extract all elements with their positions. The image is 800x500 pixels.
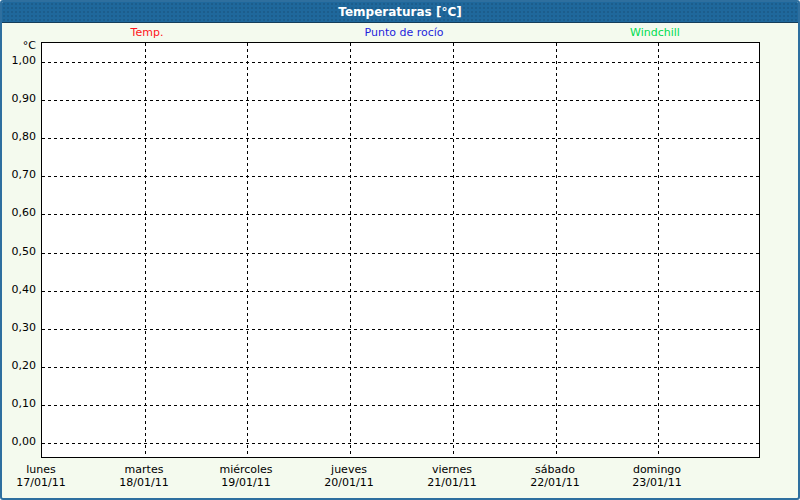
y-tick-label: 0,50 [2,245,36,259]
title-bar: Temperaturas [°C] [2,2,798,23]
y-tick-label: 0,60 [2,206,36,220]
y-grid-line [42,138,759,139]
x-grid-line [556,43,557,457]
x-grid-line [247,43,248,457]
x-grid-line [145,43,146,457]
x-date-label: 22/01/11 [503,476,607,489]
x-date-label: 18/01/11 [92,476,196,489]
x-day-label: domingo [605,463,709,476]
legend-item: Punto de rocío [364,23,443,42]
y-grid-line [42,405,759,406]
x-date-label: 23/01/11 [605,476,709,489]
x-tick-label: miércoles19/01/11 [194,463,298,489]
y-tick-label: 1,00 [2,54,36,68]
x-grid-line [453,43,454,457]
plot-area [41,42,760,458]
x-tick-label: domingo23/01/11 [605,463,709,489]
x-day-label: lunes [0,463,93,476]
x-grid-line [658,43,659,457]
y-tick-label: 0,90 [2,92,36,106]
y-grid-line [42,100,759,101]
x-tick-label: sábado22/01/11 [503,463,607,489]
y-grid-line [42,443,759,444]
y-grid-line [42,253,759,254]
chart-window: Temperaturas [°C] Temp.Punto de rocíoWin… [0,0,800,500]
y-grid-line [42,367,759,368]
x-day-label: viernes [400,463,504,476]
x-day-label: jueves [297,463,401,476]
y-grid-line [42,291,759,292]
x-tick-label: lunes17/01/11 [0,463,93,489]
x-date-label: 21/01/11 [400,476,504,489]
y-tick-label: 0,30 [2,321,36,335]
legend: Temp.Punto de rocíoWindchill [2,23,798,42]
legend-item: Temp. [131,23,164,42]
legend-item: Windchill [630,23,680,42]
x-day-label: martes [92,463,196,476]
x-day-label: miércoles [194,463,298,476]
x-tick-label: jueves20/01/11 [297,463,401,489]
x-date-label: 17/01/11 [0,476,93,489]
y-tick-label: 0,70 [2,168,36,182]
y-tick-label: 0,40 [2,283,36,297]
y-tick-label: 0,20 [2,359,36,373]
x-grid-line [350,43,351,457]
y-grid-line [42,176,759,177]
x-tick-label: viernes21/01/11 [400,463,504,489]
x-tick-label: martes18/01/11 [92,463,196,489]
y-tick-label: 0,00 [2,435,36,449]
x-day-label: sábado [503,463,607,476]
y-grid-line [42,62,759,63]
y-grid-line [42,329,759,330]
y-tick-label: 0,10 [2,397,36,411]
chart-title: Temperaturas [°C] [338,5,461,19]
y-tick-label: 0,80 [2,130,36,144]
x-date-label: 19/01/11 [194,476,298,489]
y-axis-unit-label: °C [2,39,36,53]
x-date-label: 20/01/11 [297,476,401,489]
y-grid-line [42,214,759,215]
